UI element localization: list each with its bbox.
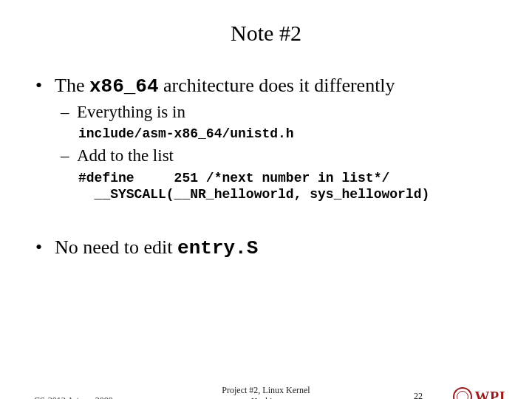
bullet-pre: The [55, 75, 89, 96]
slide: Note #2 • The x86_64 architecture does i… [0, 21, 532, 399]
bullet-pre: No need to edit [55, 236, 177, 258]
bullet-item: • No need to edit entry.S [34, 236, 498, 261]
wpi-logo: WPI [453, 387, 506, 399]
bullet-code: x86_64 [89, 75, 159, 98]
sub-bullet: – Add to the list [61, 146, 498, 167]
sub-text: Add to the list [77, 146, 498, 167]
slide-body: • The x86_64 architecture does it differ… [0, 74, 532, 260]
slide-title: Note #2 [0, 21, 532, 46]
bullet-marker: • [34, 74, 55, 99]
sub-bullet: – Everything is in [61, 102, 498, 123]
bullet-item: • The x86_64 architecture does it differ… [34, 74, 498, 99]
sub-text: Everything is in [77, 102, 498, 123]
wpi-seal-icon [453, 387, 472, 399]
bullet-code: entry.S [177, 237, 258, 259]
code-block: #define 251 /*next number in list*/ __SY… [78, 170, 498, 203]
bullet-text: No need to edit entry.S [55, 236, 498, 261]
footer-center-line2: Hacking [251, 396, 282, 399]
sub-marker: – [61, 146, 77, 167]
page-number: 22 [414, 391, 423, 399]
wpi-logo-text: WPI [475, 389, 506, 400]
spacer [34, 206, 498, 236]
code-block: include/asm-x86_64/unistd.h [78, 126, 498, 143]
sub-marker: – [61, 102, 77, 123]
bullet-text: The x86_64 architecture does it differen… [55, 74, 498, 99]
bullet-post: architecture does it differently [159, 75, 395, 96]
bullet-marker: • [34, 236, 55, 261]
footer-center-line1: Project #2, Linux Kernel [222, 385, 310, 395]
